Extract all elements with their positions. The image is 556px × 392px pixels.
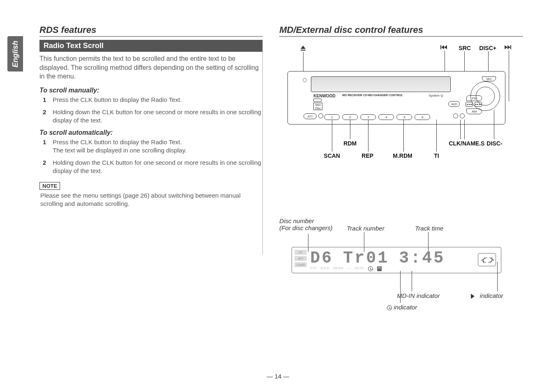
st-badge: ST (294, 250, 307, 255)
right-column: MD/External disc control features SRC DI… (279, 25, 523, 312)
step-number: 1 (43, 96, 49, 104)
preset-3: 3 (360, 114, 376, 120)
auto-step2: 2 Holding down the CLK button for one se… (43, 159, 263, 175)
preset-5: 5 (396, 114, 412, 120)
minidisc-icon: Mini Disc (313, 103, 322, 110)
auto-step1: 1 Press the CLK button to display the Ra… (43, 138, 263, 155)
skip-fwd-icon (505, 44, 511, 51)
lead-line (464, 120, 465, 139)
eject-icon (301, 46, 306, 51)
preset-2: 2 (342, 114, 358, 120)
volume-knob (470, 81, 500, 111)
disc-minus-label: DISC- (486, 140, 502, 147)
language-label: English (11, 40, 20, 67)
brand-sub-label: MD RECEIVER CD·MD·CHANGER CONTROL (342, 94, 403, 97)
track-time-callout: Track time (415, 225, 443, 232)
left-column: RDS features Radio Text Scroll This func… (39, 25, 263, 312)
step-text: Press the CLK button to display the Radi… (53, 96, 182, 104)
clock-icon (387, 305, 392, 310)
play-callout: indicator (471, 292, 503, 299)
eject-button (303, 78, 307, 82)
disc-num-callout: Disc number (For disc changers) (279, 217, 332, 231)
track-digit: Tr01 (343, 249, 389, 267)
brand-label: KENWOOD (313, 94, 335, 98)
lead-line (412, 271, 412, 291)
clock-callout: indicator (387, 304, 417, 311)
note-label: NOTE (39, 182, 60, 190)
page-number: — 14 — (266, 373, 289, 380)
lcd-badges: ST ATT LOUD (294, 250, 307, 267)
system-q-label: System Q (429, 94, 443, 97)
skip-back-icon (440, 44, 447, 51)
in-badge: IN (377, 266, 382, 271)
lead-line (460, 120, 461, 139)
loud-badge: LOUD (294, 262, 307, 267)
intro-text: This function permits the text to be scr… (39, 54, 263, 81)
clk-label: CLK/NAME.S (449, 140, 484, 147)
preset-4: 4 (378, 114, 394, 120)
step-number: 1 (43, 138, 49, 155)
step-text: Holding down the CLK button for one seco… (53, 108, 263, 125)
lcd-digits: D6 Tr01 3:45 (310, 249, 445, 267)
rep-label: REP (361, 152, 373, 159)
lead-line (494, 110, 494, 139)
auto-subhead: To scroll automatically: (39, 129, 263, 136)
manual-subhead: To scroll manually: (39, 87, 263, 94)
track-num-callout: Track number (347, 225, 384, 232)
lcd-graphic-icon: ⦓⦔ (478, 253, 496, 266)
manual-step1: 1 Press the CLK button to display the Ra… (43, 96, 263, 104)
play-icon (471, 294, 475, 299)
lead-line (509, 51, 509, 101)
src-pill: SRC (482, 76, 496, 81)
note-text: Please see the menu settings (page 26) a… (40, 191, 263, 208)
lead-line (332, 120, 332, 152)
time-digit: 3:45 (399, 249, 445, 267)
att-badge: ATT (294, 256, 307, 261)
small-knob (318, 113, 323, 118)
step-text: Press the CLK button to display the Radi… (53, 138, 187, 155)
preset-buttons: 1 2 3 4 5 6 (324, 114, 430, 120)
lead-line (497, 262, 498, 291)
lead-line (403, 120, 404, 152)
mdin-callout: MD-IN indicator (397, 292, 440, 299)
cd-icon (313, 99, 322, 102)
step-number: 2 (43, 108, 49, 125)
step-text: Holding down the CLK button for one seco… (53, 159, 263, 175)
att-button: ATT (303, 113, 317, 119)
column-divider (262, 40, 263, 254)
step-number: 2 (43, 159, 49, 175)
device-screen (311, 76, 451, 92)
disc-plus-label: DISC+ (479, 45, 496, 51)
language-tab: English (7, 36, 23, 71)
device-body: KENWOOD MD RECEIVER CD·MD·CHANGER CONTRO… (287, 71, 505, 125)
md-title: MD/External disc control features (279, 25, 523, 37)
rdm-label: RDM (343, 140, 357, 147)
preset-1: 1 (324, 114, 340, 120)
rds-title: RDS features (39, 25, 263, 37)
lead-line (368, 120, 368, 152)
lead-line (436, 120, 437, 152)
device-diagram: SRC DISC+ KENWOOD MD RECEIVER CD·MD·CHAN… (279, 45, 514, 164)
lcd-diagram: Disc number (For disc changers) Track nu… (279, 217, 514, 312)
disc-digit: D6 (310, 249, 333, 267)
lcd-body: ST ATT LOUD D6 Tr01 3:45 PTY B.E.D NEWS … (292, 247, 501, 273)
manual-step2: 2 Holding down the CLK button for one se… (43, 108, 263, 125)
mrdm-label: M.RDM (393, 152, 412, 159)
control-knobs (453, 113, 465, 118)
clock-icon-small (368, 266, 373, 271)
radio-text-scroll-header: Radio Text Scroll (39, 40, 263, 52)
preset-6: 6 (415, 114, 430, 120)
scan-label: SCAN (324, 152, 340, 159)
lead-line (400, 271, 401, 303)
lcd-bottom-indicators: PTY B.E.D NEWS --- AUTO IN (310, 266, 382, 271)
lead-line (350, 120, 350, 139)
aud-button: AUD (448, 101, 460, 107)
ti-label: TI (434, 152, 439, 159)
src-label: SRC (459, 45, 471, 51)
